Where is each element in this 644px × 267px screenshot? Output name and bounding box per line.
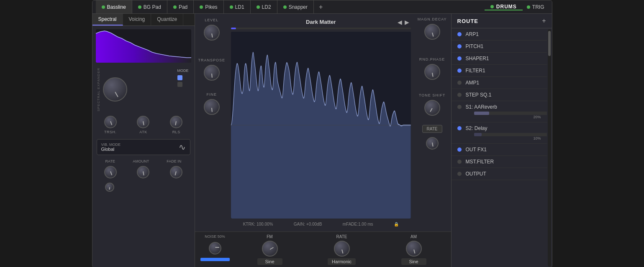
route-name-mstfilter: MST.FILTER [466, 159, 541, 165]
rate-dropdown[interactable]: Harmonic [328, 258, 356, 265]
rnd-phase-label: RND.PHASE [419, 57, 445, 61]
route-dot-amp1 [457, 81, 462, 85]
sub-tab-voicing[interactable]: Voicing [123, 14, 151, 25]
left-knobs-col: LEVEL TRANSPOSE FINE [195, 14, 229, 231]
am-dropdown[interactable]: Sine [401, 258, 426, 265]
mode-button-1[interactable] [177, 75, 182, 80]
spectral-expander-label: SPECTRAL EXPANDER [97, 68, 100, 112]
tab-bar: Bassline BG Pad Pad Pikes LD1 LD2 Snappe… [92, 0, 552, 14]
tab-pad[interactable]: Pad [167, 0, 194, 13]
route-item-output[interactable]: OUTPUT [452, 168, 547, 180]
rnd-phase-knob[interactable] [424, 64, 440, 80]
tab-dot-ld1 [230, 5, 233, 9]
scrollbar[interactable] [548, 29, 551, 267]
fine-knob[interactable] [204, 99, 220, 115]
fm-knob[interactable] [262, 241, 278, 257]
am-knob[interactable] [406, 241, 422, 257]
waveform-info: KTRK: 100.00% GAIN: +0.00dB mFADE:1.00 m… [228, 220, 413, 228]
noise-knob[interactable] [209, 242, 221, 254]
route-header: ROUTE + [452, 14, 552, 28]
transpose-knob[interactable] [204, 65, 220, 81]
route-dot-filter1 [457, 69, 462, 73]
tab-snapper[interactable]: Snapper [277, 0, 314, 13]
route-item-stepsq1[interactable]: STEP SQ.1 [452, 89, 547, 101]
tab-drums[interactable]: DRUMS [485, 4, 523, 10]
route-item-aareverb[interactable]: S1: AAReverb 20% [452, 101, 547, 122]
tab-dot-trig [527, 5, 530, 9]
mode-button-2[interactable] [177, 82, 182, 87]
spectral-expander-knob[interactable] [103, 77, 127, 102]
waveform-progress[interactable] [231, 28, 411, 29]
delay-bar [474, 133, 547, 136]
waveform-prev[interactable]: ◀ [398, 19, 402, 25]
lock-icon[interactable]: 🔒 [394, 222, 399, 226]
scrollbar-thumb[interactable] [548, 31, 551, 56]
mfade-info: mFADE:1.00 ms [343, 222, 373, 226]
amount-knob[interactable] [137, 166, 149, 178]
tab-add-button[interactable]: + [315, 3, 327, 11]
route-item-amp1[interactable]: AMP1 [452, 77, 547, 89]
route-dot-stepsq1 [457, 93, 462, 97]
tab-dot-drums [490, 5, 494, 8]
route-name-shaper1: SHAPER1 [466, 56, 541, 61]
tab-bassline[interactable]: Bassline [96, 0, 132, 13]
rate-knob[interactable] [104, 166, 117, 178]
sub-tab-quantize[interactable]: Quantize [151, 14, 183, 25]
tab-dot-pikes [200, 5, 203, 9]
lfo-rate-knob[interactable] [334, 241, 350, 257]
route-dot-delay [457, 126, 462, 130]
fade-in-knob-group [170, 166, 182, 178]
route-item-arp1[interactable]: ARP1 [452, 28, 547, 41]
rate-section-label: RATE [336, 234, 347, 239]
level-knob[interactable] [204, 25, 220, 41]
tone-shift-knob[interactable] [424, 100, 440, 116]
atk-knob[interactable] [137, 116, 149, 128]
vib-mode-section[interactable]: VIB. MODE Global ∿ [97, 139, 190, 155]
rate-button[interactable]: RATE [422, 125, 442, 133]
rls-knob[interactable] [170, 116, 182, 128]
fm-section: FM Sine [236, 234, 304, 265]
middle-panel: LEVEL TRANSPOSE FINE [195, 14, 452, 267]
tab-ld2[interactable]: LD2 [251, 0, 277, 13]
tab-ld1[interactable]: LD1 [224, 0, 251, 13]
route-name-pitch1: PITCH1 [466, 43, 541, 49]
atk-group: ATK [137, 116, 149, 134]
route-item-pitch1[interactable]: PITCH1 [452, 41, 547, 53]
level-label: LEVEL [205, 18, 218, 22]
route-item-filter1[interactable]: FILTER1 [452, 65, 547, 77]
extra-small-knob[interactable] [105, 183, 114, 192]
route-name-output: OUTPUT [466, 171, 541, 177]
tab-trig[interactable]: TRIG [523, 4, 549, 10]
waveform-nav: ◀ ▶ [398, 19, 409, 25]
magn-decay-knob[interactable] [424, 24, 440, 40]
aareverb-bar-label: 20% [466, 115, 541, 119]
fade-in-knob[interactable] [170, 166, 182, 178]
middle-top: LEVEL TRANSPOSE FINE [195, 14, 451, 231]
waveform-header: Dark Matter ◀ ▶ [228, 17, 413, 27]
left-panel: Spectral Voicing Quantize [92, 14, 195, 267]
tab-pikes[interactable]: Pikes [194, 0, 223, 13]
rate-bottom-knob[interactable] [426, 137, 439, 150]
route-item-outfx1[interactable]: OUT FX1 [452, 144, 547, 156]
route-name-stepsq1: STEP SQ.1 [466, 92, 541, 98]
tab-dot-pad [173, 5, 177, 9]
waveform-display[interactable] [231, 32, 411, 219]
route-add-button[interactable]: + [542, 17, 546, 25]
middle-bottom: NOISE 50% FM Sine RATE [195, 231, 451, 267]
route-dot-outfx1 [457, 147, 462, 152]
waveform-next[interactable]: ▶ [405, 19, 409, 25]
rate-section: RATE Harmonic [308, 234, 376, 265]
right-panel: ROUTE + ARP1 PITCH1 SHAPER1 [452, 14, 552, 267]
fm-dropdown[interactable]: Sine [257, 258, 282, 265]
transpose-label: TRANSPOSE [198, 58, 226, 62]
route-item-delay[interactable]: S2: Delay 10% [452, 122, 547, 144]
right-knobs-col: MAGN.DECAY RND.PHASE TONE SHIFT [413, 14, 451, 231]
route-item-shaper1[interactable]: SHAPER1 [452, 53, 547, 65]
route-name-arp1: ARP1 [466, 31, 541, 37]
tab-bgpad[interactable]: BG Pad [132, 0, 167, 13]
route-name-delay: S2: Delay [466, 125, 541, 131]
sub-tab-spectral[interactable]: Spectral [92, 14, 123, 25]
trsh-knob[interactable] [104, 116, 117, 128]
route-title: ROUTE [457, 18, 479, 24]
route-item-mstfilter[interactable]: MST.FILTER [452, 156, 547, 168]
